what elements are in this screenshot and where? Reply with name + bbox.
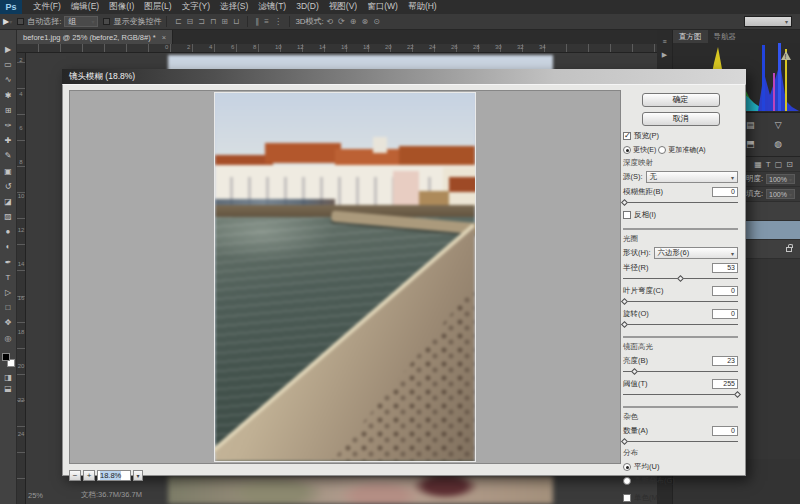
uniform-radio[interactable]: [623, 463, 631, 471]
zoom-tool-icon[interactable]: ◎: [5, 334, 12, 349]
rotation-input[interactable]: 0: [712, 309, 738, 319]
quick-select-tool-icon[interactable]: ✱: [5, 91, 12, 106]
align-left-edges-icon[interactable]: ⊏: [175, 17, 182, 26]
hand-tool-icon[interactable]: ✥: [5, 318, 12, 333]
workspace-select[interactable]: ▾: [744, 16, 792, 27]
slider-thumb[interactable]: [621, 298, 628, 305]
monochromatic-checkbox[interactable]: [623, 494, 631, 502]
filter-shape-layers-icon[interactable]: ▢: [775, 160, 783, 169]
clone-stamp-tool-icon[interactable]: ▣: [4, 167, 12, 182]
align-h-centers-icon[interactable]: ⊟: [187, 17, 194, 26]
threshold-slider[interactable]: [623, 391, 738, 398]
show-transform-checkbox[interactable]: [103, 18, 110, 25]
filter-pixel-layers-icon[interactable]: ▦: [754, 160, 762, 169]
path-select-tool-icon[interactable]: ▷: [5, 288, 11, 303]
zoom-percent-field[interactable]: 18.8%: [97, 470, 131, 481]
brightness-slider[interactable]: [623, 368, 738, 375]
adjustment-balance-icon[interactable]: ⬒: [746, 139, 755, 149]
auto-select-checkbox[interactable]: [17, 18, 24, 25]
noise-amount-input[interactable]: 0: [712, 426, 738, 436]
slider-thumb[interactable]: [630, 368, 637, 375]
distribute-h-icon[interactable]: ∥: [255, 17, 259, 26]
ok-button[interactable]: 确定: [642, 93, 720, 107]
distribute-v-icon[interactable]: ≡: [264, 17, 269, 26]
lasso-tool-icon[interactable]: ∿: [5, 75, 12, 90]
history-brush-tool-icon[interactable]: ↺: [5, 182, 12, 197]
tab-histogram[interactable]: 直方图: [673, 30, 708, 43]
preview-checkbox[interactable]: [623, 132, 631, 140]
preview-image[interactable]: [214, 92, 476, 462]
noise-amount-slider[interactable]: [623, 438, 738, 445]
adjustment-curves-icon[interactable]: ▤: [746, 120, 755, 130]
threshold-input[interactable]: 255: [712, 379, 738, 389]
source-select[interactable]: 无 ▾: [646, 171, 738, 183]
gradient-tool-icon[interactable]: ▨: [4, 212, 12, 227]
adjustment-bw-icon[interactable]: ◍: [774, 139, 782, 149]
align-top-edges-icon[interactable]: ⊓: [210, 17, 216, 26]
close-tab-icon[interactable]: ×: [162, 33, 166, 42]
brightness-input[interactable]: 23: [712, 356, 738, 366]
fill-value[interactable]: 100% ▾: [766, 189, 795, 199]
eraser-tool-icon[interactable]: ◪: [4, 197, 12, 212]
slider-thumb[interactable]: [621, 199, 628, 206]
cancel-button[interactable]: 取消: [642, 112, 720, 126]
slider-thumb[interactable]: [621, 438, 628, 445]
slider-thumb[interactable]: [734, 391, 741, 398]
3d-drag-icon[interactable]: ⊕: [350, 17, 357, 26]
blade-curvature-slider[interactable]: [623, 298, 738, 305]
crop-tool-icon[interactable]: ⊞: [5, 106, 12, 121]
faster-radio[interactable]: [623, 146, 631, 154]
radius-input[interactable]: 53: [712, 263, 738, 273]
more-accurate-radio[interactable]: [658, 146, 666, 154]
foreground-color-swatch[interactable]: [2, 353, 10, 361]
filter-type-layers-icon[interactable]: T: [766, 160, 771, 169]
shape-select[interactable]: 六边形(6) ▾: [654, 247, 739, 259]
radius-slider[interactable]: [623, 275, 738, 282]
color-swatches[interactable]: [2, 353, 15, 367]
preview-area: [69, 90, 621, 464]
quick-mask-icon[interactable]: ◨: [4, 372, 12, 383]
status-zoom-value[interactable]: 25%: [28, 491, 43, 500]
zoom-out-button[interactable]: −: [69, 470, 81, 481]
dodge-tool-icon[interactable]: ◐: [6, 242, 11, 257]
marquee-tool-icon[interactable]: ▭: [4, 60, 12, 75]
dialog-title-bar[interactable]: 镜头模糊 (18.8%): [62, 69, 746, 84]
align-right-edges-icon[interactable]: ⊐: [198, 17, 205, 26]
3d-rotate-icon[interactable]: ⟲: [326, 17, 333, 26]
brush-tool-icon[interactable]: ✎: [5, 151, 12, 166]
invert-checkbox[interactable]: [623, 211, 631, 219]
rotation-slider[interactable]: [623, 321, 738, 328]
blur-tool-icon[interactable]: ●: [6, 227, 11, 242]
adjustment-exposure-icon[interactable]: ▽: [775, 120, 782, 130]
tool-preset-caret-icon[interactable]: ▾: [9, 18, 12, 25]
3d-scale-icon[interactable]: ⊙: [373, 17, 380, 26]
blade-curvature-input[interactable]: 0: [712, 286, 738, 296]
3d-roll-icon[interactable]: ⟳: [338, 17, 345, 26]
move-tool-icon[interactable]: ▶: [5, 45, 11, 60]
distribute-stack-icon[interactable]: ⋮: [274, 17, 282, 26]
healing-brush-tool-icon[interactable]: ✚: [5, 136, 12, 151]
pen-tool-icon[interactable]: ✒: [5, 258, 12, 273]
filter-smart-objects-icon[interactable]: ⊡: [786, 160, 793, 169]
eyedropper-tool-icon[interactable]: ✑: [5, 121, 12, 136]
blur-focal-slider[interactable]: [623, 199, 738, 206]
auto-select-dropdown[interactable]: 组 ▾: [64, 16, 98, 27]
3d-slide-icon[interactable]: ⊗: [361, 17, 368, 26]
panel-play-icon[interactable]: ▶: [657, 48, 672, 61]
zoom-percent-caret-icon[interactable]: ▾: [133, 470, 143, 481]
shape-tool-icon[interactable]: □: [6, 303, 11, 318]
align-bottom-edges-icon[interactable]: ⊔: [233, 17, 239, 26]
slider-thumb[interactable]: [676, 275, 683, 282]
panel-collapse-icon[interactable]: ≡: [657, 35, 672, 48]
blur-focal-input[interactable]: 0: [712, 187, 738, 197]
align-v-centers-icon[interactable]: ⊞: [221, 17, 228, 26]
document-tab[interactable]: before1.jpg @ 25% (before2, RGB/8#) * ×: [17, 30, 173, 44]
slider-thumb[interactable]: [621, 321, 628, 328]
histogram-warning-icon[interactable]: [781, 51, 791, 60]
gaussian-radio[interactable]: [623, 477, 631, 485]
type-tool-icon[interactable]: T: [6, 273, 11, 288]
opacity-value[interactable]: 100% ▾: [766, 174, 795, 184]
tab-navigator[interactable]: 导航器: [708, 30, 743, 43]
screen-mode-icon[interactable]: ⬓: [4, 383, 12, 394]
zoom-in-button[interactable]: +: [83, 470, 95, 481]
